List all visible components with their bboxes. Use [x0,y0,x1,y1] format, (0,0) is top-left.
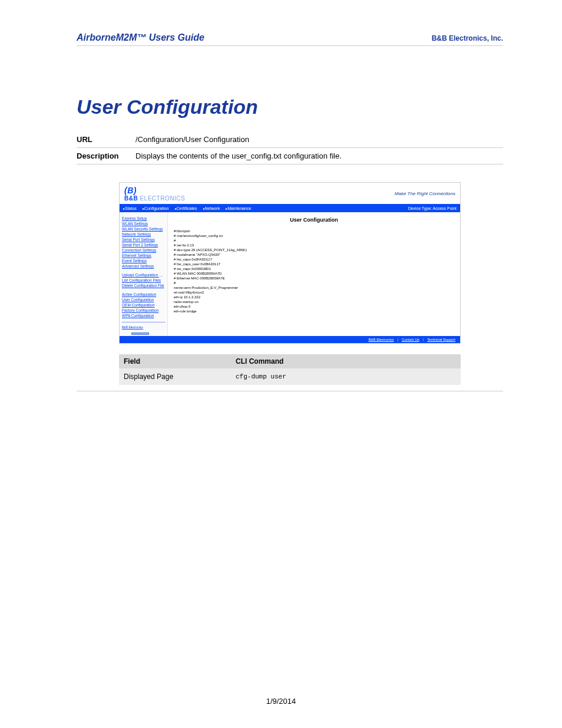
ss-navbar: Status Configuration Certificates Networ… [120,204,460,212]
nav-maintenance[interactable]: Maintenance [226,206,251,210]
doc-title-left: AirborneM2M™ Users Guide [77,32,204,43]
sidebar-serial-port-2[interactable]: Serial Port 2 Settings [122,242,165,248]
section-divider [77,391,503,391]
sidebar-user-config[interactable]: User Configuration [122,297,165,302]
ss-sidebar: Express Setup WLAN Settings WLAN Securit… [120,212,168,336]
embedded-screenshot: (B) B&B ELECTRONICS Make The Right Conne… [119,182,461,385]
sidebar-event[interactable]: Event Settings [122,258,165,263]
ss-tagline: Make The Right Connections [395,191,455,196]
sidebar-ethernet[interactable]: Ethernet Settings [122,253,165,258]
ss-footer: B&B Electronics | Contact Us | Technical… [120,336,460,343]
nav-network[interactable]: Network [203,206,220,210]
sidebar-serial-port[interactable]: Serial Port Settings [122,237,165,242]
logo-text-bb: B&B [124,195,138,202]
ss-main: User Configuration #!/bin/qtsh # /var/et… [168,212,460,336]
sidebar-wpa-config[interactable]: WPA Configuration [122,313,165,318]
doc-title-right: B&B Electronics, Inc. [432,34,503,42]
sidebar-connection[interactable]: Connection Settings [122,248,165,253]
page-date: 1/9/2014 [0,697,562,706]
description-label: Description [77,151,135,160]
sidebar-oem-config[interactable]: OEM Configuration [122,302,165,308]
logo-text-electronics: ELECTRONICS [138,195,185,202]
cli-field-value: Displayed Page [119,368,231,385]
ss-brand-bar: (B) B&B ELECTRONICS Make The Right Conne… [120,183,460,204]
footer-link-support[interactable]: Technical Support [427,338,455,341]
footer-link-bb[interactable]: B&B Electronics [368,338,394,341]
sidebar-network-settings[interactable]: Network Settings [122,232,165,237]
description-row: Description Displays the contents of the… [77,148,503,164]
page-header: AirborneM2M™ Users Guide B&B Electronics… [77,32,503,46]
url-value: /Configuration/User Configuration [135,135,503,144]
url-row: URL /Configuration/User Configuration [77,131,503,148]
cli-command-value: cfg-dump user [231,368,461,385]
sidebar-wlan-security[interactable]: WLAN Security Settings [122,226,165,232]
sidebar-footer-link[interactable]: B&B Electronics [122,325,165,330]
nav-configuration[interactable]: Configuration [143,206,169,210]
sidebar-delete-config[interactable]: Delete Configuration File [122,283,165,288]
sidebar-factory-config[interactable]: Factory Configuration [122,308,165,313]
sidebar-active-config[interactable]: Active Configuration [122,292,165,297]
url-label: URL [77,135,135,144]
table-row: Displayed Page cfg-dump user [119,368,461,385]
footer-link-contact[interactable]: Contact Us [402,338,419,341]
nav-device-type: Device Type: Access Point [408,206,457,210]
sidebar-express-setup[interactable]: Express Setup [122,216,165,221]
cli-header-command: CLI Command [231,354,461,368]
cli-table: Field CLI Command Displayed Page cfg-dum… [119,354,461,385]
description-value: Displays the contents of the user_config… [135,151,503,160]
page-title: User Configuration [77,95,503,118]
sidebar-wlan-settings[interactable]: WLAN Settings [122,221,165,226]
config-file-contents: #!/bin/qtsh # /var/etc/config/user_confi… [174,229,454,314]
scrollbar-thumb-icon[interactable] [131,332,149,335]
sidebar-list-config[interactable]: List Configuration Files [122,278,165,283]
sidebar-upload-config[interactable]: Upload Configuration File [122,272,165,278]
ss-logo: (B) B&B ELECTRONICS [124,186,185,202]
logo-icon: (B) [124,186,137,195]
ss-main-title: User Configuration [174,217,454,223]
cli-header-field: Field [119,354,231,368]
nav-status[interactable]: Status [123,206,137,210]
nav-certificates[interactable]: Certificates [175,206,197,210]
sidebar-advanced[interactable]: Advanced Settings [122,263,165,269]
